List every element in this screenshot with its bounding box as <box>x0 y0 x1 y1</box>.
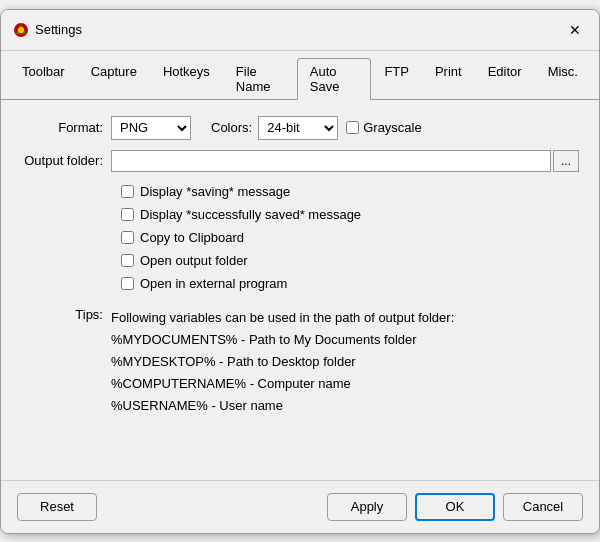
checkbox-clipboard-label[interactable]: Copy to Clipboard <box>140 230 244 245</box>
grayscale-label[interactable]: Grayscale <box>363 120 422 135</box>
tips-section: Tips: Following variables can be used in… <box>21 307 579 417</box>
title-bar-left: Settings <box>13 22 82 38</box>
tips-line-1: %MYDOCUMENTS% - Path to My Documents fol… <box>111 329 454 351</box>
checkbox-saving-input[interactable] <box>121 185 134 198</box>
content-area: Format: PNG JPG BMP GIF TIFF Colors: 24-… <box>1 100 599 480</box>
format-label: Format: <box>21 120 111 135</box>
app-icon <box>13 22 29 38</box>
settings-window: Settings ✕ Toolbar Capture Hotkeys File … <box>0 9 600 534</box>
tips-line-2: %MYDESKTOP% - Path to Desktop folder <box>111 351 454 373</box>
output-folder-row: Output folder: ... <box>21 150 579 172</box>
format-row: Format: PNG JPG BMP GIF TIFF Colors: 24-… <box>21 116 579 140</box>
format-select[interactable]: PNG JPG BMP GIF TIFF <box>111 116 191 140</box>
reset-button[interactable]: Reset <box>17 493 97 521</box>
checkbox-saved-input[interactable] <box>121 208 134 221</box>
tips-line-4: %USERNAME% - User name <box>111 395 454 417</box>
checkbox-clipboard-input[interactable] <box>121 231 134 244</box>
grayscale-container: Grayscale <box>346 120 422 135</box>
close-button[interactable]: ✕ <box>563 18 587 42</box>
window-title: Settings <box>35 22 82 37</box>
checkbox-open-folder: Open output folder <box>21 253 579 268</box>
tab-bar: Toolbar Capture Hotkeys File Name Auto S… <box>1 51 599 100</box>
tips-label: Tips: <box>61 307 111 417</box>
colors-label: Colors: <box>211 120 252 135</box>
checkbox-saving-label[interactable]: Display *saving* message <box>140 184 290 199</box>
cancel-button[interactable]: Cancel <box>503 493 583 521</box>
tab-misc[interactable]: Misc. <box>535 58 591 100</box>
tips-line-0: Following variables can be used in the p… <box>111 307 454 329</box>
checkbox-open-folder-input[interactable] <box>121 254 134 267</box>
tips-content: Following variables can be used in the p… <box>111 307 454 417</box>
output-folder-label: Output folder: <box>21 153 111 168</box>
checkbox-saved-label[interactable]: Display *successfully saved* message <box>140 207 361 222</box>
title-bar: Settings ✕ <box>1 10 599 51</box>
ok-button[interactable]: OK <box>415 493 495 521</box>
checkbox-saving: Display *saving* message <box>21 184 579 199</box>
tab-ftp[interactable]: FTP <box>371 58 422 100</box>
tips-line-3: %COMPUTERNAME% - Computer name <box>111 373 454 395</box>
tab-print[interactable]: Print <box>422 58 475 100</box>
tab-editor[interactable]: Editor <box>475 58 535 100</box>
footer: Reset Apply OK Cancel <box>1 480 599 533</box>
checkbox-external-label[interactable]: Open in external program <box>140 276 287 291</box>
checkbox-saved: Display *successfully saved* message <box>21 207 579 222</box>
apply-button[interactable]: Apply <box>327 493 407 521</box>
checkbox-clipboard: Copy to Clipboard <box>21 230 579 245</box>
checkbox-external: Open in external program <box>21 276 579 291</box>
tab-toolbar[interactable]: Toolbar <box>9 58 78 100</box>
colors-select[interactable]: 24-bit 8-bit 4-bit 1-bit <box>258 116 338 140</box>
checkbox-open-folder-label[interactable]: Open output folder <box>140 253 248 268</box>
tab-filename[interactable]: File Name <box>223 58 297 100</box>
browse-button[interactable]: ... <box>553 150 579 172</box>
grayscale-checkbox[interactable] <box>346 121 359 134</box>
tab-capture[interactable]: Capture <box>78 58 150 100</box>
checkbox-external-input[interactable] <box>121 277 134 290</box>
svg-point-2 <box>18 27 24 33</box>
tab-hotkeys[interactable]: Hotkeys <box>150 58 223 100</box>
footer-right: Apply OK Cancel <box>327 493 583 521</box>
tab-autosave[interactable]: Auto Save <box>297 58 372 100</box>
output-folder-input[interactable] <box>111 150 551 172</box>
